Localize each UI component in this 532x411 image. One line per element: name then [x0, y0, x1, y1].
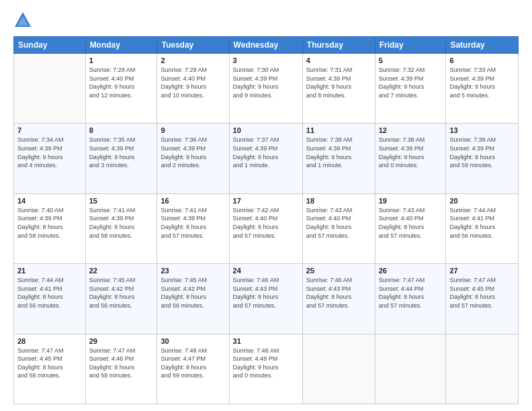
calendar-cell: 9Sunrise: 7:36 AM Sunset: 4:39 PM Daylig…	[157, 124, 229, 193]
calendar-cell: 13Sunrise: 7:39 AM Sunset: 4:39 PM Dayli…	[446, 124, 519, 193]
day-info: Sunrise: 7:42 AM Sunset: 4:40 PM Dayligh…	[233, 206, 299, 240]
weekday-header-row: SundayMondayTuesdayWednesdayThursdayFrid…	[14, 37, 519, 54]
day-info: Sunrise: 7:32 AM Sunset: 4:39 PM Dayligh…	[379, 66, 443, 99]
calendar-week-row: 14Sunrise: 7:40 AM Sunset: 4:39 PM Dayli…	[14, 193, 519, 263]
day-info: Sunrise: 7:30 AM Sunset: 4:39 PM Dayligh…	[233, 66, 299, 99]
weekday-header-saturday: Saturday	[446, 37, 519, 54]
day-info: Sunrise: 7:36 AM Sunset: 4:39 PM Dayligh…	[161, 136, 225, 169]
day-number: 1	[89, 56, 154, 64]
calendar-cell: 16Sunrise: 7:41 AM Sunset: 4:39 PM Dayli…	[157, 193, 229, 263]
day-number: 14	[17, 197, 82, 205]
calendar-table: SundayMondayTuesdayWednesdayThursdayFrid…	[13, 36, 519, 404]
day-info: Sunrise: 7:43 AM Sunset: 4:40 PM Dayligh…	[379, 206, 443, 240]
calendar-week-row: 21Sunrise: 7:44 AM Sunset: 4:41 PM Dayli…	[14, 264, 519, 334]
day-info: Sunrise: 7:39 AM Sunset: 4:39 PM Dayligh…	[449, 136, 515, 169]
calendar-cell: 29Sunrise: 7:47 AM Sunset: 4:46 PM Dayli…	[85, 334, 157, 404]
calendar-cell: 2Sunrise: 7:29 AM Sunset: 4:40 PM Daylig…	[157, 54, 229, 124]
header	[13, 11, 519, 30]
calendar-cell: 8Sunrise: 7:35 AM Sunset: 4:39 PM Daylig…	[85, 124, 157, 193]
calendar-cell: 7Sunrise: 7:34 AM Sunset: 4:39 PM Daylig…	[14, 124, 86, 193]
calendar-cell: 10Sunrise: 7:37 AM Sunset: 4:39 PM Dayli…	[229, 124, 302, 193]
day-number: 10	[233, 126, 299, 134]
calendar-cell: 12Sunrise: 7:38 AM Sunset: 4:39 PM Dayli…	[375, 124, 446, 193]
calendar-cell	[14, 54, 86, 124]
calendar-cell: 30Sunrise: 7:48 AM Sunset: 4:47 PM Dayli…	[157, 334, 229, 404]
calendar-cell: 27Sunrise: 7:47 AM Sunset: 4:45 PM Dayli…	[446, 264, 519, 334]
calendar-cell: 21Sunrise: 7:44 AM Sunset: 4:41 PM Dayli…	[14, 264, 86, 334]
weekday-header-monday: Monday	[85, 37, 157, 54]
calendar-cell: 17Sunrise: 7:42 AM Sunset: 4:40 PM Dayli…	[229, 193, 302, 263]
calendar-cell: 3Sunrise: 7:30 AM Sunset: 4:39 PM Daylig…	[229, 54, 302, 124]
calendar-week-row: 1Sunrise: 7:28 AM Sunset: 4:40 PM Daylig…	[14, 54, 519, 124]
day-number: 30	[161, 337, 225, 345]
day-info: Sunrise: 7:46 AM Sunset: 4:43 PM Dayligh…	[233, 276, 299, 310]
calendar-cell: 1Sunrise: 7:28 AM Sunset: 4:40 PM Daylig…	[85, 54, 157, 124]
calendar-cell: 22Sunrise: 7:45 AM Sunset: 4:42 PM Dayli…	[85, 264, 157, 334]
day-number: 12	[379, 126, 443, 134]
calendar-cell: 25Sunrise: 7:46 AM Sunset: 4:43 PM Dayli…	[302, 264, 375, 334]
calendar-body: 1Sunrise: 7:28 AM Sunset: 4:40 PM Daylig…	[14, 54, 519, 404]
day-number: 26	[379, 267, 443, 275]
day-number: 27	[449, 267, 515, 275]
calendar-cell: 28Sunrise: 7:47 AM Sunset: 4:45 PM Dayli…	[14, 334, 86, 404]
day-info: Sunrise: 7:48 AM Sunset: 4:47 PM Dayligh…	[161, 347, 225, 380]
day-number: 4	[306, 56, 371, 64]
day-info: Sunrise: 7:41 AM Sunset: 4:39 PM Dayligh…	[89, 206, 154, 240]
logo-icon	[13, 11, 32, 30]
day-info: Sunrise: 7:47 AM Sunset: 4:45 PM Dayligh…	[17, 347, 82, 380]
calendar-cell: 20Sunrise: 7:44 AM Sunset: 4:41 PM Dayli…	[446, 193, 519, 263]
calendar-cell: 11Sunrise: 7:38 AM Sunset: 4:39 PM Dayli…	[302, 124, 375, 193]
calendar-cell: 15Sunrise: 7:41 AM Sunset: 4:39 PM Dayli…	[85, 193, 157, 263]
day-number: 21	[17, 267, 82, 275]
logo	[13, 11, 35, 30]
day-number: 17	[233, 197, 299, 205]
day-info: Sunrise: 7:38 AM Sunset: 4:39 PM Dayligh…	[306, 136, 371, 169]
day-number: 11	[306, 126, 371, 134]
day-info: Sunrise: 7:43 AM Sunset: 4:40 PM Dayligh…	[306, 206, 371, 240]
day-info: Sunrise: 7:29 AM Sunset: 4:40 PM Dayligh…	[161, 66, 225, 99]
calendar-cell	[375, 334, 446, 404]
day-number: 15	[89, 197, 154, 205]
calendar-cell: 26Sunrise: 7:47 AM Sunset: 4:44 PM Dayli…	[375, 264, 446, 334]
day-number: 5	[379, 56, 443, 64]
calendar-cell: 4Sunrise: 7:31 AM Sunset: 4:39 PM Daylig…	[302, 54, 375, 124]
day-info: Sunrise: 7:44 AM Sunset: 4:41 PM Dayligh…	[17, 276, 82, 310]
day-info: Sunrise: 7:28 AM Sunset: 4:40 PM Dayligh…	[89, 66, 154, 99]
weekday-header-friday: Friday	[375, 37, 446, 54]
weekday-header-tuesday: Tuesday	[157, 37, 229, 54]
day-number: 23	[161, 267, 225, 275]
day-info: Sunrise: 7:37 AM Sunset: 4:39 PM Dayligh…	[233, 136, 299, 169]
day-number: 18	[306, 197, 371, 205]
day-info: Sunrise: 7:48 AM Sunset: 4:48 PM Dayligh…	[233, 347, 299, 380]
day-info: Sunrise: 7:47 AM Sunset: 4:46 PM Dayligh…	[89, 347, 154, 380]
weekday-header-wednesday: Wednesday	[229, 37, 302, 54]
calendar-cell: 19Sunrise: 7:43 AM Sunset: 4:40 PM Dayli…	[375, 193, 446, 263]
day-number: 24	[233, 267, 299, 275]
day-info: Sunrise: 7:47 AM Sunset: 4:44 PM Dayligh…	[379, 276, 443, 310]
day-info: Sunrise: 7:38 AM Sunset: 4:39 PM Dayligh…	[379, 136, 443, 169]
calendar-week-row: 28Sunrise: 7:47 AM Sunset: 4:45 PM Dayli…	[14, 334, 519, 404]
day-info: Sunrise: 7:35 AM Sunset: 4:39 PM Dayligh…	[89, 136, 154, 169]
day-info: Sunrise: 7:41 AM Sunset: 4:39 PM Dayligh…	[161, 206, 225, 240]
day-number: 9	[161, 126, 225, 134]
day-number: 25	[306, 267, 371, 275]
calendar-cell	[302, 334, 375, 404]
calendar-cell: 6Sunrise: 7:33 AM Sunset: 4:39 PM Daylig…	[446, 54, 519, 124]
calendar-cell: 14Sunrise: 7:40 AM Sunset: 4:39 PM Dayli…	[14, 193, 86, 263]
calendar-week-row: 7Sunrise: 7:34 AM Sunset: 4:39 PM Daylig…	[14, 124, 519, 193]
day-number: 16	[161, 197, 225, 205]
calendar-thead: SundayMondayTuesdayWednesdayThursdayFrid…	[14, 37, 519, 54]
day-info: Sunrise: 7:34 AM Sunset: 4:39 PM Dayligh…	[17, 136, 82, 169]
calendar-cell: 5Sunrise: 7:32 AM Sunset: 4:39 PM Daylig…	[375, 54, 446, 124]
day-info: Sunrise: 7:45 AM Sunset: 4:42 PM Dayligh…	[89, 276, 154, 310]
weekday-header-thursday: Thursday	[302, 37, 375, 54]
day-info: Sunrise: 7:47 AM Sunset: 4:45 PM Dayligh…	[449, 276, 515, 310]
calendar-page: SundayMondayTuesdayWednesdayThursdayFrid…	[0, 0, 532, 411]
day-number: 3	[233, 56, 299, 64]
calendar-cell: 24Sunrise: 7:46 AM Sunset: 4:43 PM Dayli…	[229, 264, 302, 334]
day-info: Sunrise: 7:31 AM Sunset: 4:39 PM Dayligh…	[306, 66, 371, 99]
day-number: 6	[449, 56, 515, 64]
weekday-header-sunday: Sunday	[14, 37, 86, 54]
day-number: 22	[89, 267, 154, 275]
day-number: 7	[17, 126, 82, 134]
